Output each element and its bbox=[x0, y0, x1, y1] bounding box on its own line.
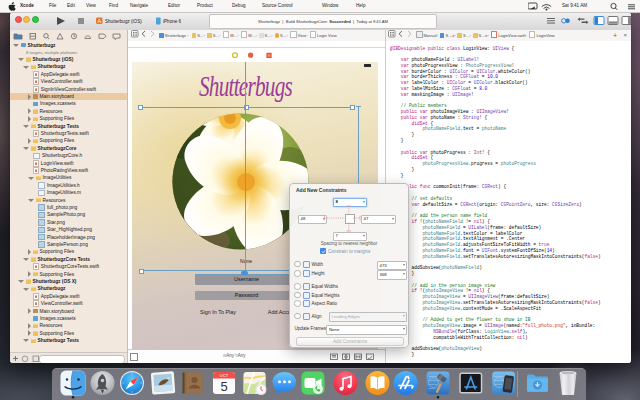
svg-text:A: A bbox=[98, 18, 102, 24]
svg-text:iPhone 6: iPhone 6 bbox=[163, 19, 182, 24]
svg-text:Shutterbugz (iOS): Shutterbugz (iOS) bbox=[105, 19, 142, 24]
